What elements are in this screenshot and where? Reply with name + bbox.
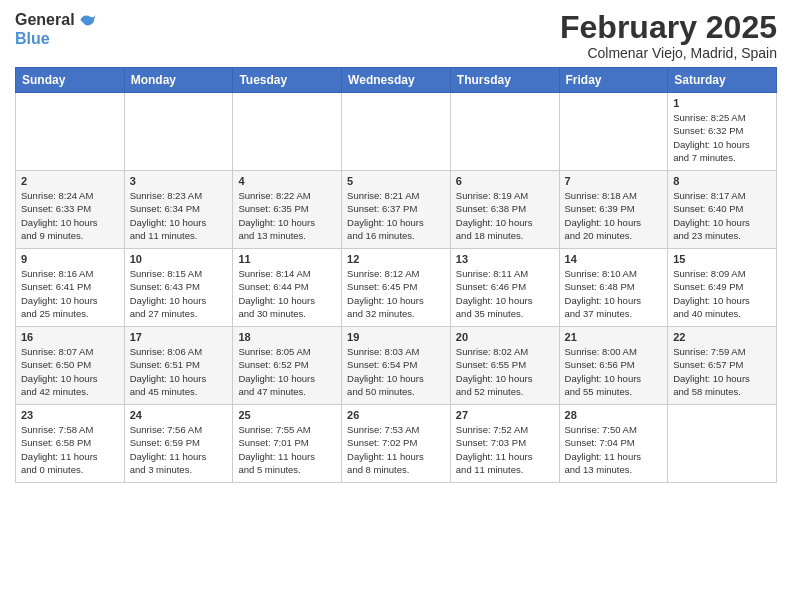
calendar-week-0: 1Sunrise: 8:25 AM Sunset: 6:32 PM Daylig…: [16, 93, 777, 171]
table-row: 7Sunrise: 8:18 AM Sunset: 6:39 PM Daylig…: [559, 171, 668, 249]
day-number: 4: [238, 175, 336, 187]
day-info: Sunrise: 8:03 AM Sunset: 6:54 PM Dayligh…: [347, 345, 445, 398]
table-row: 1Sunrise: 8:25 AM Sunset: 6:32 PM Daylig…: [668, 93, 777, 171]
table-row: 26Sunrise: 7:53 AM Sunset: 7:02 PM Dayli…: [342, 405, 451, 483]
day-info: Sunrise: 8:18 AM Sunset: 6:39 PM Dayligh…: [565, 189, 663, 242]
day-number: 28: [565, 409, 663, 421]
day-info: Sunrise: 7:58 AM Sunset: 6:58 PM Dayligh…: [21, 423, 119, 476]
day-info: Sunrise: 8:15 AM Sunset: 6:43 PM Dayligh…: [130, 267, 228, 320]
day-info: Sunrise: 8:12 AM Sunset: 6:45 PM Dayligh…: [347, 267, 445, 320]
logo-icon: [77, 10, 97, 30]
header-monday: Monday: [124, 68, 233, 93]
day-info: Sunrise: 8:09 AM Sunset: 6:49 PM Dayligh…: [673, 267, 771, 320]
day-number: 22: [673, 331, 771, 343]
table-row: 4Sunrise: 8:22 AM Sunset: 6:35 PM Daylig…: [233, 171, 342, 249]
header-friday: Friday: [559, 68, 668, 93]
table-row: [668, 405, 777, 483]
location: Colmenar Viejo, Madrid, Spain: [560, 45, 777, 61]
day-info: Sunrise: 8:06 AM Sunset: 6:51 PM Dayligh…: [130, 345, 228, 398]
table-row: 15Sunrise: 8:09 AM Sunset: 6:49 PM Dayli…: [668, 249, 777, 327]
day-info: Sunrise: 8:23 AM Sunset: 6:34 PM Dayligh…: [130, 189, 228, 242]
day-number: 10: [130, 253, 228, 265]
day-number: 6: [456, 175, 554, 187]
calendar-week-4: 23Sunrise: 7:58 AM Sunset: 6:58 PM Dayli…: [16, 405, 777, 483]
header-sunday: Sunday: [16, 68, 125, 93]
table-row: 8Sunrise: 8:17 AM Sunset: 6:40 PM Daylig…: [668, 171, 777, 249]
day-number: 2: [21, 175, 119, 187]
day-number: 20: [456, 331, 554, 343]
day-number: 1: [673, 97, 771, 109]
table-row: 11Sunrise: 8:14 AM Sunset: 6:44 PM Dayli…: [233, 249, 342, 327]
table-row: 5Sunrise: 8:21 AM Sunset: 6:37 PM Daylig…: [342, 171, 451, 249]
day-number: 21: [565, 331, 663, 343]
day-number: 23: [21, 409, 119, 421]
table-row: 2Sunrise: 8:24 AM Sunset: 6:33 PM Daylig…: [16, 171, 125, 249]
table-row: 19Sunrise: 8:03 AM Sunset: 6:54 PM Dayli…: [342, 327, 451, 405]
day-info: Sunrise: 8:17 AM Sunset: 6:40 PM Dayligh…: [673, 189, 771, 242]
table-row: 24Sunrise: 7:56 AM Sunset: 6:59 PM Dayli…: [124, 405, 233, 483]
day-info: Sunrise: 7:56 AM Sunset: 6:59 PM Dayligh…: [130, 423, 228, 476]
table-row: 3Sunrise: 8:23 AM Sunset: 6:34 PM Daylig…: [124, 171, 233, 249]
day-number: 7: [565, 175, 663, 187]
table-row: 13Sunrise: 8:11 AM Sunset: 6:46 PM Dayli…: [450, 249, 559, 327]
header-thursday: Thursday: [450, 68, 559, 93]
logo: General Blue: [15, 10, 97, 48]
table-row: 10Sunrise: 8:15 AM Sunset: 6:43 PM Dayli…: [124, 249, 233, 327]
day-number: 3: [130, 175, 228, 187]
table-row: 22Sunrise: 7:59 AM Sunset: 6:57 PM Dayli…: [668, 327, 777, 405]
day-info: Sunrise: 8:02 AM Sunset: 6:55 PM Dayligh…: [456, 345, 554, 398]
table-row: [450, 93, 559, 171]
day-number: 15: [673, 253, 771, 265]
calendar-table: Sunday Monday Tuesday Wednesday Thursday…: [15, 67, 777, 483]
day-number: 14: [565, 253, 663, 265]
table-row: 9Sunrise: 8:16 AM Sunset: 6:41 PM Daylig…: [16, 249, 125, 327]
logo-general-text: General: [15, 11, 75, 29]
table-row: 23Sunrise: 7:58 AM Sunset: 6:58 PM Dayli…: [16, 405, 125, 483]
day-info: Sunrise: 8:10 AM Sunset: 6:48 PM Dayligh…: [565, 267, 663, 320]
table-row: 18Sunrise: 8:05 AM Sunset: 6:52 PM Dayli…: [233, 327, 342, 405]
table-row: 21Sunrise: 8:00 AM Sunset: 6:56 PM Dayli…: [559, 327, 668, 405]
table-row: [342, 93, 451, 171]
table-row: [16, 93, 125, 171]
day-number: 11: [238, 253, 336, 265]
day-number: 12: [347, 253, 445, 265]
table-row: 12Sunrise: 8:12 AM Sunset: 6:45 PM Dayli…: [342, 249, 451, 327]
day-number: 19: [347, 331, 445, 343]
day-number: 24: [130, 409, 228, 421]
day-number: 25: [238, 409, 336, 421]
header-tuesday: Tuesday: [233, 68, 342, 93]
calendar-week-3: 16Sunrise: 8:07 AM Sunset: 6:50 PM Dayli…: [16, 327, 777, 405]
day-info: Sunrise: 8:14 AM Sunset: 6:44 PM Dayligh…: [238, 267, 336, 320]
day-number: 5: [347, 175, 445, 187]
table-row: 16Sunrise: 8:07 AM Sunset: 6:50 PM Dayli…: [16, 327, 125, 405]
calendar-body: 1Sunrise: 8:25 AM Sunset: 6:32 PM Daylig…: [16, 93, 777, 483]
header: General Blue February 2025 Colmenar Viej…: [15, 10, 777, 61]
day-number: 27: [456, 409, 554, 421]
title-section: February 2025 Colmenar Viejo, Madrid, Sp…: [560, 10, 777, 61]
calendar-week-2: 9Sunrise: 8:16 AM Sunset: 6:41 PM Daylig…: [16, 249, 777, 327]
day-info: Sunrise: 7:52 AM Sunset: 7:03 PM Dayligh…: [456, 423, 554, 476]
day-info: Sunrise: 8:00 AM Sunset: 6:56 PM Dayligh…: [565, 345, 663, 398]
day-info: Sunrise: 7:50 AM Sunset: 7:04 PM Dayligh…: [565, 423, 663, 476]
day-number: 26: [347, 409, 445, 421]
table-row: [124, 93, 233, 171]
day-number: 16: [21, 331, 119, 343]
day-info: Sunrise: 8:05 AM Sunset: 6:52 PM Dayligh…: [238, 345, 336, 398]
calendar-header-row: Sunday Monday Tuesday Wednesday Thursday…: [16, 68, 777, 93]
table-row: [559, 93, 668, 171]
day-info: Sunrise: 8:22 AM Sunset: 6:35 PM Dayligh…: [238, 189, 336, 242]
day-info: Sunrise: 7:59 AM Sunset: 6:57 PM Dayligh…: [673, 345, 771, 398]
day-info: Sunrise: 8:25 AM Sunset: 6:32 PM Dayligh…: [673, 111, 771, 164]
day-info: Sunrise: 8:19 AM Sunset: 6:38 PM Dayligh…: [456, 189, 554, 242]
table-row: 6Sunrise: 8:19 AM Sunset: 6:38 PM Daylig…: [450, 171, 559, 249]
day-number: 8: [673, 175, 771, 187]
day-number: 13: [456, 253, 554, 265]
day-number: 18: [238, 331, 336, 343]
header-wednesday: Wednesday: [342, 68, 451, 93]
day-info: Sunrise: 8:21 AM Sunset: 6:37 PM Dayligh…: [347, 189, 445, 242]
table-row: 14Sunrise: 8:10 AM Sunset: 6:48 PM Dayli…: [559, 249, 668, 327]
month-title: February 2025: [560, 10, 777, 45]
table-row: 28Sunrise: 7:50 AM Sunset: 7:04 PM Dayli…: [559, 405, 668, 483]
table-row: 25Sunrise: 7:55 AM Sunset: 7:01 PM Dayli…: [233, 405, 342, 483]
day-info: Sunrise: 8:24 AM Sunset: 6:33 PM Dayligh…: [21, 189, 119, 242]
